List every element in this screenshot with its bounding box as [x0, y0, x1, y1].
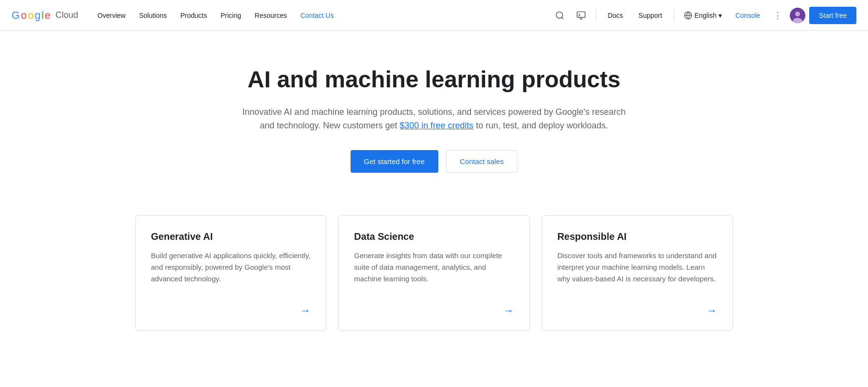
nav-link-overview[interactable]: Overview: [92, 8, 131, 23]
card-generative-ai-arrow: →: [151, 304, 311, 317]
globe-icon: [684, 11, 692, 20]
hero-description: Innovative AI and machine learning produ…: [238, 105, 630, 133]
svg-point-4: [795, 12, 800, 16]
credits-link[interactable]: $300 in free credits: [400, 121, 474, 130]
card-data-science-arrow: →: [354, 304, 514, 317]
get-started-button[interactable]: Get started for free: [351, 150, 438, 173]
more-options-button[interactable]: ⋮: [770, 6, 786, 25]
card-data-science-title: Data Science: [354, 231, 514, 242]
card-responsible-ai-arrow: →: [557, 304, 717, 317]
arrow-icon: →: [706, 304, 717, 317]
card-data-science-description: Generate insights from data with our com…: [354, 250, 514, 293]
svg-rect-1: [577, 12, 585, 17]
cards-grid: Generative AI Build generative AI applic…: [135, 215, 733, 331]
nav-link-solutions[interactable]: Solutions: [133, 8, 173, 23]
google-logo: Google: [12, 9, 51, 22]
language-label: English: [694, 12, 717, 19]
nav-link-pricing[interactable]: Pricing: [215, 8, 247, 23]
hero-desc-part2: to run, test, and deploy workloads.: [474, 121, 608, 130]
arrow-icon: →: [300, 304, 311, 317]
hero-title: AI and machine learning products: [238, 66, 630, 94]
support-link[interactable]: Support: [633, 8, 668, 23]
cloud-text: Cloud: [55, 10, 78, 20]
nav-divider: [596, 10, 596, 21]
card-responsible-ai[interactable]: Responsible AI Discover tools and framew…: [542, 215, 733, 331]
svg-point-0: [556, 12, 563, 18]
console-link[interactable]: Console: [730, 8, 766, 23]
card-data-science[interactable]: Data Science Generate insights from data…: [338, 215, 529, 331]
navbar: Google Cloud Overview Solutions Products…: [0, 0, 868, 31]
search-button[interactable]: [551, 7, 569, 24]
nav-links: Overview Solutions Products Pricing Reso…: [92, 8, 551, 23]
start-free-button[interactable]: Start free: [809, 7, 856, 24]
card-responsible-ai-title: Responsible AI: [557, 231, 717, 242]
cards-section: Generative AI Build generative AI applic…: [96, 200, 772, 370]
card-responsible-ai-description: Discover tools and frameworks to underst…: [557, 250, 717, 293]
avatar-icon: [790, 8, 805, 23]
card-generative-ai-title: Generative AI: [151, 231, 311, 242]
contact-sales-button[interactable]: Contact sales: [446, 150, 518, 173]
hero-section: AI and machine learning products Innovat…: [227, 31, 641, 200]
nav-right: Docs Support English ▾ Console ⋮ Start f…: [551, 6, 856, 25]
nav-link-products[interactable]: Products: [175, 8, 213, 23]
nav-link-contact[interactable]: Contact Us: [295, 8, 339, 23]
card-generative-ai-description: Build generative AI applications quickly…: [151, 250, 311, 293]
hero-buttons: Get started for free Contact sales: [238, 150, 630, 173]
card-generative-ai[interactable]: Generative AI Build generative AI applic…: [135, 215, 326, 331]
nav-link-resources[interactable]: Resources: [249, 8, 293, 23]
docs-link[interactable]: Docs: [602, 8, 629, 23]
arrow-icon: →: [503, 304, 514, 317]
chevron-down-icon: ▾: [719, 12, 722, 19]
logo-link[interactable]: Google Cloud: [12, 9, 78, 22]
terminal-button[interactable]: [572, 7, 590, 24]
nav-divider-2: [674, 10, 674, 21]
user-avatar[interactable]: [790, 8, 805, 23]
language-selector[interactable]: English ▾: [680, 8, 726, 23]
